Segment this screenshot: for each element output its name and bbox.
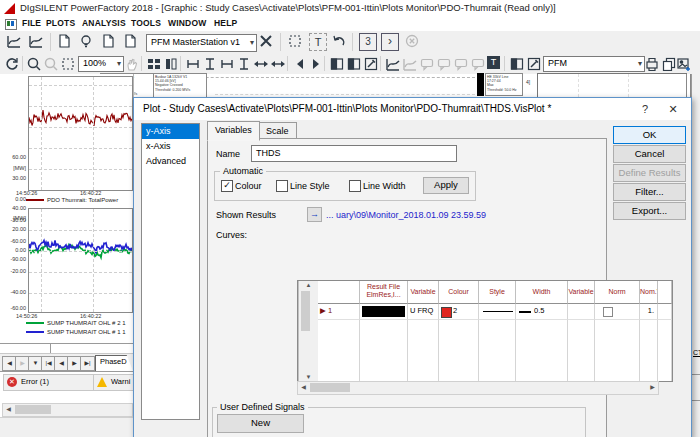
child-window-icon[interactable]	[5, 19, 17, 30]
zoom-level-dropdown[interactable]: 100% ▾	[78, 56, 124, 72]
zoom-extents-icon[interactable]	[287, 33, 305, 51]
bulb-icon[interactable]	[78, 33, 96, 51]
scale-x-icon[interactable]	[185, 56, 200, 71]
application-window: DIgSILENT PowerFactory 2018 - [Graphic :…	[0, 0, 700, 437]
page-settings-icon[interactable]	[122, 33, 140, 51]
undo-icon[interactable]	[331, 33, 349, 51]
last-page-button[interactable]: ▶|	[80, 356, 95, 371]
splitter-handle[interactable]	[686, 74, 691, 97]
table-vertical-scrollbar[interactable]: ▲ ▼	[298, 281, 318, 381]
cell-norm[interactable]	[595, 304, 640, 320]
text-tool-icon[interactable]: T	[309, 33, 327, 51]
cell-extra[interactable]	[658, 304, 672, 320]
menu-analysis[interactable]: ANALYSIS	[82, 18, 126, 28]
event-marker-bar	[477, 73, 484, 96]
dialog-title-bar[interactable]: Plot - Study Cases\Activate\Plots\PFM-00…	[134, 98, 691, 120]
stretch-x-icon[interactable]	[253, 56, 268, 71]
edit-curve2-icon	[402, 56, 417, 71]
menu-help[interactable]: HELP	[214, 18, 237, 28]
scroll-down-icon[interactable]: ▼	[299, 374, 318, 380]
scroll-left-icon[interactable]: ◀	[3, 404, 14, 416]
cell-width[interactable]: 0.5	[516, 304, 568, 320]
next-page-icon[interactable]	[308, 56, 323, 71]
y-tick: 20.00	[0, 226, 26, 232]
result-object-button[interactable]: →	[307, 207, 322, 222]
curve-step-icon[interactable]	[363, 56, 378, 71]
cell-style[interactable]	[479, 304, 516, 320]
page-layout-icon[interactable]	[509, 56, 524, 71]
script-page-icon[interactable]: 3	[359, 33, 377, 51]
chevron-down-icon: ▾	[638, 57, 642, 70]
close-button[interactable]: ✕	[659, 98, 687, 120]
split-panel-icon[interactable]	[329, 56, 344, 71]
profile-dropdown[interactable]: PFM MasterStation v1 ▾	[146, 34, 257, 52]
annotation-box: HE 33kV Line17:27:44 MaxThreshold: 50.0 …	[485, 73, 523, 96]
menu-file[interactable]: FILE	[22, 18, 41, 28]
table-horizontal-scrollbar[interactable]: ◀ ▶	[297, 381, 659, 395]
scrollbar-thumb[interactable]	[15, 405, 51, 414]
row-marker[interactable]: ▶ 1	[318, 304, 360, 320]
filter-button[interactable]: Filter...	[613, 183, 686, 201]
split-panel2-icon[interactable]	[346, 56, 361, 71]
cell-variable-desc[interactable]	[568, 304, 595, 320]
tab-variables[interactable]: Variables	[207, 121, 260, 141]
output-horizontal-scrollbar[interactable]: ◀	[2, 403, 133, 417]
label-free-icon	[470, 56, 485, 71]
help-button[interactable]: ?	[631, 98, 659, 120]
scroll-left-icon[interactable]: ◀	[298, 382, 309, 394]
x-tick: 16:40:22	[80, 190, 101, 196]
shown-results-link[interactable]: ... uary\09\Monitor_2018.01.09 23.59.59	[326, 210, 486, 220]
scale-y-icon[interactable]	[202, 56, 217, 71]
edit-page-icon[interactable]	[526, 56, 541, 71]
new-button[interactable]: New	[217, 414, 304, 433]
cell-colour[interactable]: 2	[439, 304, 479, 320]
cell-variable[interactable]: U FRQ Busbar	[408, 304, 439, 320]
edit-curve-icon[interactable]	[385, 56, 400, 71]
y-axis-unit: [MW]	[0, 165, 26, 171]
scrollbar-thumb[interactable]	[301, 291, 310, 331]
y-tick: 30.00	[0, 175, 26, 181]
tile-columns-icon[interactable]	[163, 56, 178, 71]
new-page-icon[interactable]	[100, 33, 118, 51]
line-style-checkbox[interactable]	[276, 180, 288, 192]
ok-button[interactable]: OK	[613, 126, 686, 144]
colour-checkbox[interactable]: ✓	[221, 180, 233, 192]
sidebar-item-x-axis[interactable]: x-Axis	[142, 139, 199, 154]
scroll-up-icon[interactable]: ▲	[299, 282, 318, 288]
scrollbar-thumb[interactable]	[310, 383, 350, 392]
menu-plots[interactable]: PLOTS	[46, 18, 75, 28]
prev-page-icon[interactable]	[292, 56, 307, 71]
cell-result-file[interactable]	[360, 304, 408, 320]
sidebar-item-advanced[interactable]: Advanced	[142, 154, 199, 169]
apply-button[interactable]: Apply	[423, 177, 469, 194]
auto-scale-y-icon[interactable]	[236, 56, 251, 71]
dock-tab-label[interactable]: CT	[693, 349, 700, 356]
title-block-icon[interactable]: T	[487, 56, 500, 69]
auto-scale-x-icon[interactable]	[219, 56, 234, 71]
refresh-icon[interactable]	[4, 56, 19, 71]
compress-x-icon[interactable]	[270, 56, 285, 71]
menu-tools[interactable]: TOOLS	[131, 18, 161, 28]
export-button[interactable]: Export...	[613, 202, 686, 220]
add-plot-icon[interactable]	[6, 33, 24, 51]
line-width-checkbox[interactable]	[349, 180, 361, 192]
cancel-button[interactable]: Cancel	[613, 145, 686, 163]
print-icon[interactable]	[644, 56, 659, 71]
scroll-right-icon[interactable]: ▶	[647, 382, 658, 394]
report-icon[interactable]	[56, 33, 74, 51]
page-dropdown[interactable]: PFM ▾	[543, 56, 645, 72]
run-script-icon[interactable]: ›	[381, 33, 399, 51]
name-input[interactable]: THDS	[251, 145, 457, 162]
sidebar-item-y-axis[interactable]: y-Axis	[142, 124, 199, 139]
tools-icon[interactable]	[258, 33, 276, 51]
copy-icon[interactable]	[661, 56, 676, 71]
cell-nom-value[interactable]: 1.	[640, 304, 658, 320]
menu-window[interactable]: WINDOW	[168, 18, 207, 28]
insert-image-icon[interactable]	[676, 56, 691, 71]
tile-pages-icon[interactable]	[146, 56, 161, 71]
plot-icon[interactable]	[28, 33, 46, 51]
zoom-area-icon[interactable]	[60, 56, 75, 71]
zoom-in-icon[interactable]	[26, 56, 41, 71]
graphics-toolbar: 100% ▾ T PFM ▾	[0, 55, 700, 75]
page-nav-bar: ◀ ▶ ▼ |◀ ◀ ▶ ▶| PhaseD	[0, 353, 133, 372]
